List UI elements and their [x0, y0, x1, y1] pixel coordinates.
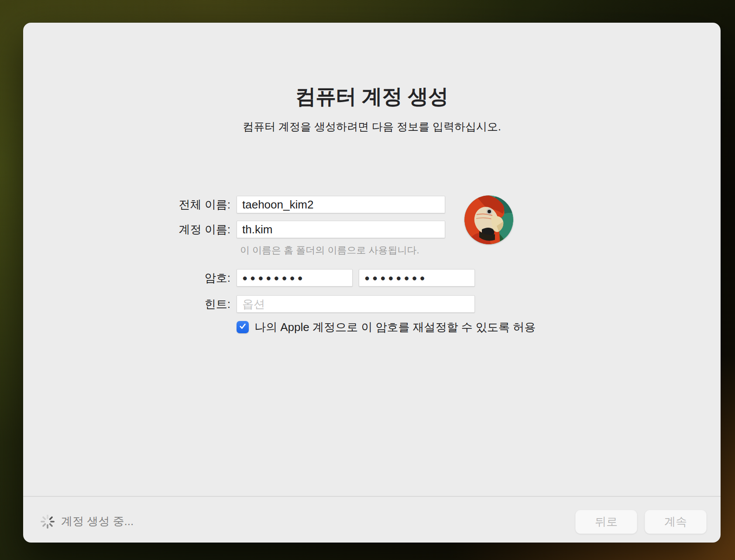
full-name-input[interactable] [237, 196, 445, 213]
account-name-helper: 이 이름은 홈 폴더의 이름으로 사용됩니다. [240, 244, 419, 257]
password-label: 암호: [56, 269, 230, 287]
hint-input[interactable] [237, 295, 475, 313]
loading-spinner-icon [40, 514, 55, 529]
footer-divider [23, 496, 721, 497]
check-icon [238, 322, 247, 332]
allow-apple-id-reset-label: 나의 Apple 계정으로 이 암호를 재설정할 수 있도록 허용 [254, 321, 536, 333]
account-avatar[interactable] [464, 195, 513, 244]
full-name-label: 전체 이름: [56, 196, 230, 213]
status-text: 계정 생성 중... [61, 515, 134, 528]
parrot-avatar-image [464, 238, 513, 244]
account-name-label: 계정 이름: [56, 221, 230, 238]
page-title: 컴퓨터 계정 생성 [23, 83, 721, 110]
password-verify-input[interactable] [359, 269, 475, 287]
account-name-input[interactable] [237, 221, 445, 238]
password-input[interactable] [237, 269, 353, 287]
setup-assistant-window: 컴퓨터 계정 생성 컴퓨터 계정을 생성하려면 다음 정보를 입력하십시오. 전… [23, 23, 721, 543]
hint-label: 힌트: [56, 295, 230, 313]
allow-apple-id-reset-checkbox[interactable] [237, 321, 249, 333]
continue-button[interactable]: 계속 [645, 510, 707, 534]
back-button[interactable]: 뒤로 [575, 510, 637, 534]
page-subtitle: 컴퓨터 계정을 생성하려면 다음 정보를 입력하십시오. [23, 120, 721, 134]
